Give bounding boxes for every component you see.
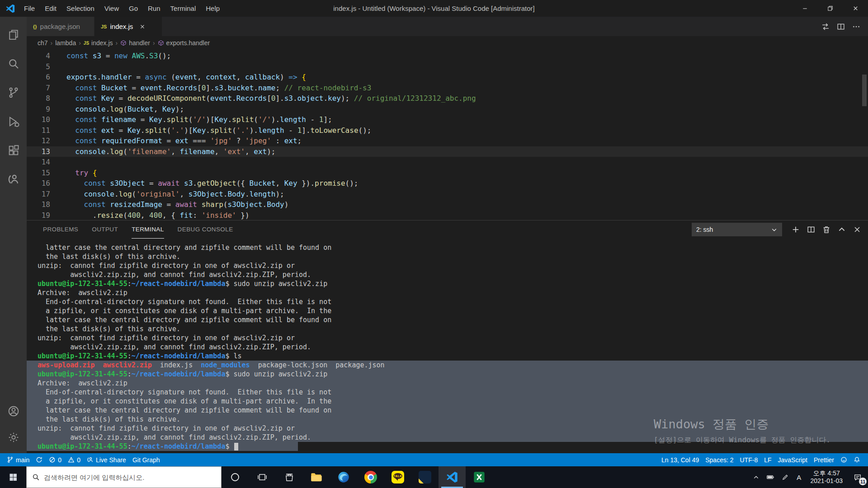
maximize-panel-icon[interactable] — [837, 225, 846, 234]
menu-terminal[interactable]: Terminal — [165, 0, 201, 17]
menu-file[interactable]: File — [19, 0, 40, 17]
more-actions-icon[interactable] — [852, 22, 861, 31]
code-line[interactable]: 10 const filename = Key.split('/')[Key.s… — [27, 114, 868, 125]
line-number: 7 — [27, 83, 50, 94]
panel-tab-terminal[interactable]: TERMINAL — [132, 221, 164, 239]
kakaotalk-button[interactable]: TALK — [384, 466, 411, 488]
code-line[interactable]: 9 console.log(Bucket, Key); — [27, 104, 868, 115]
error-count[interactable]: 0 — [46, 453, 65, 466]
open-changes-icon[interactable] — [821, 22, 830, 31]
editor-scrollbar[interactable] — [862, 75, 867, 106]
warning-count[interactable]: 0 — [65, 453, 84, 466]
breadcrumb-item[interactable]: JSindex.js — [84, 39, 113, 47]
close-panel-icon[interactable] — [853, 225, 862, 234]
task-view-button[interactable] — [249, 466, 276, 488]
language-mode[interactable]: JavaScript — [775, 453, 811, 466]
minimize-button[interactable] — [792, 0, 817, 17]
kill-terminal-icon[interactable] — [822, 225, 831, 234]
code-text: console.log('original', s3Object.Body.le… — [50, 189, 284, 200]
activity-explorer-button[interactable] — [0, 20, 27, 49]
terminal-picker[interactable]: 2: ssh — [692, 223, 782, 236]
pen-button[interactable] — [778, 466, 792, 488]
action-center-button[interactable]: 11 — [847, 466, 868, 488]
git-graph-button[interactable]: Git Graph — [129, 453, 163, 466]
menu-go[interactable]: Go — [124, 0, 143, 17]
notification-badge: 11 — [859, 478, 867, 485]
taskbar-search[interactable] — [26, 466, 222, 488]
menu-help[interactable]: Help — [201, 0, 225, 17]
vscode-taskbar-button[interactable] — [439, 466, 466, 488]
edge-button[interactable] — [330, 466, 357, 488]
breadcrumb-item[interactable]: exports.handler — [158, 39, 210, 47]
ime-indicator[interactable]: A — [792, 474, 806, 481]
activity-source-control-button[interactable] — [0, 78, 27, 107]
chrome-button[interactable] — [357, 466, 384, 488]
breadcrumb-item[interactable]: ch7 — [38, 39, 48, 47]
code-line[interactable]: 11 const ext = Key.split('.')[Key.split(… — [27, 125, 868, 136]
eol[interactable]: LF — [761, 453, 774, 466]
tab-index.js[interactable]: JSindex.js — [94, 17, 162, 36]
tray-expand-button[interactable] — [749, 466, 763, 488]
menu-selection[interactable]: Selection — [61, 0, 99, 17]
close-window-button[interactable] — [843, 0, 868, 17]
breadcrumb-label: exports.handler — [166, 39, 210, 47]
panel-tab-debug-console[interactable]: DEBUG CONSOLE — [178, 221, 233, 239]
split-terminal-icon[interactable] — [807, 225, 816, 234]
encoding[interactable]: UTF-8 — [737, 453, 761, 466]
sync-button[interactable] — [33, 453, 46, 466]
line-number: 19 — [27, 210, 50, 221]
excel-button[interactable] — [466, 466, 493, 488]
notes-button[interactable] — [411, 466, 439, 488]
code-line[interactable]: 14 — [27, 157, 868, 168]
tab-package.json[interactable]: {}package.json — [27, 17, 94, 36]
battery-button[interactable] — [763, 466, 778, 488]
activity-run-debug-button[interactable] — [0, 107, 27, 136]
code-line[interactable]: 18 const resizedImage = await sharp(s3Ob… — [27, 199, 868, 210]
code-line[interactable]: 4const s3 = new AWS.S3(); — [27, 51, 868, 61]
new-terminal-icon[interactable] — [791, 225, 800, 234]
split-editor-icon[interactable] — [836, 22, 845, 31]
code-line[interactable]: 5 — [27, 61, 868, 72]
feedback-button[interactable] — [837, 453, 850, 466]
live-share-button[interactable]: Live Share — [84, 453, 129, 466]
code-line[interactable]: 12 const requiredFormat = ext === 'jpg' … — [27, 136, 868, 146]
file-explorer-button[interactable] — [303, 466, 330, 488]
code-line[interactable]: 8 const Key = decodeURIComponent(event.R… — [27, 93, 868, 104]
cortana-button[interactable] — [222, 466, 249, 488]
notifications-button[interactable] — [850, 453, 863, 466]
menu-view[interactable]: View — [99, 0, 124, 17]
panel-tab-problems[interactable]: PROBLEMS — [43, 221, 78, 239]
panel-tab-output[interactable]: OUTPUT — [92, 221, 118, 239]
menu-run[interactable]: Run — [143, 0, 165, 17]
line-number: 4 — [27, 51, 50, 61]
activity-live-share-button[interactable] — [0, 165, 27, 194]
branch-indicator[interactable]: main — [4, 453, 33, 466]
indentation[interactable]: Spaces: 2 — [702, 453, 736, 466]
menu-edit[interactable]: Edit — [40, 0, 61, 17]
code-text: exports.handler = async (event, context,… — [50, 72, 306, 83]
account-button[interactable] — [0, 398, 27, 424]
code-line[interactable]: 15 try { — [27, 168, 868, 178]
activity-search-button[interactable] — [0, 49, 27, 78]
taskbar-clock[interactable]: 오후 4:57 2021-01-03 — [806, 469, 847, 485]
store-button[interactable] — [276, 466, 303, 488]
formatter[interactable]: Prettier — [811, 453, 837, 466]
close-tab-icon[interactable] — [139, 23, 146, 30]
code-line[interactable]: 19 .resize(400, 400, { fit: 'inside' }) — [27, 210, 868, 221]
search-input[interactable] — [44, 474, 216, 481]
start-button[interactable] — [0, 466, 26, 488]
cursor-position[interactable]: Ln 13, Col 49 — [658, 453, 702, 466]
code-line[interactable]: 17 console.log('original', s3Object.Body… — [27, 189, 868, 200]
code-line[interactable]: 6exports.handler = async (event, context… — [27, 72, 868, 83]
restore-button[interactable] — [817, 0, 843, 17]
activity-extensions-button[interactable] — [0, 136, 27, 165]
code-line[interactable]: 7 const Bucket = event.Records[0].s3.buc… — [27, 83, 868, 94]
editor[interactable]: 4const s3 = new AWS.S3();56exports.handl… — [27, 50, 868, 220]
code-line[interactable]: 13 console.log('filename', filename, 'ex… — [27, 146, 868, 157]
code-line[interactable]: 16 const s3Object = await s3.getObject({… — [27, 178, 868, 189]
terminal[interactable]: latter case the central directory and zi… — [27, 239, 868, 453]
breadcrumb-item[interactable]: handler — [120, 39, 150, 47]
breadcrumb-item[interactable]: lambda — [55, 39, 76, 47]
settings-button[interactable] — [0, 424, 27, 450]
source-control-icon — [7, 86, 20, 99]
